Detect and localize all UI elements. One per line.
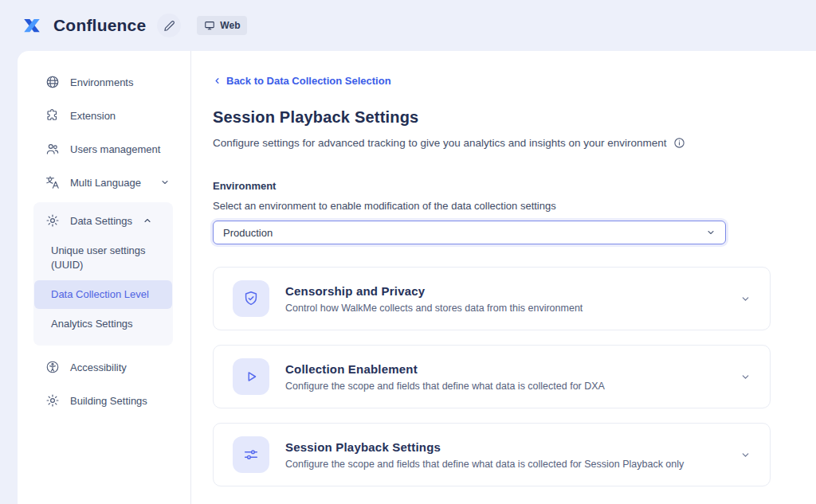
platform-badge-label: Web (220, 20, 240, 31)
sliders-icon (242, 446, 260, 463)
environment-select-value: Production (223, 227, 273, 239)
card-description: Configure the scope and fields that defi… (285, 381, 605, 392)
sidebar-item-multi-language[interactable]: Multi Language (18, 166, 190, 199)
content-panel: Environments Extension Users management (18, 51, 816, 504)
info-icon[interactable] (673, 137, 685, 149)
card-text: Session Playback Settings Configure the … (285, 440, 684, 470)
card-title: Censorship and Privacy (285, 284, 583, 298)
confluence-logo-icon (22, 15, 42, 36)
card-icon-tile (233, 358, 269, 395)
environment-select[interactable]: Production (213, 221, 726, 244)
chevron-down-icon (706, 228, 716, 237)
chevron-down-icon[interactable] (740, 450, 751, 460)
sidebar-item-building-settings[interactable]: Building Settings (18, 384, 190, 417)
sidebar-item-label: Extension (70, 110, 116, 122)
card-title: Session Playback Settings (285, 440, 684, 454)
environment-description: Select an environment to enable modifica… (213, 200, 771, 212)
sidebar-subitem-data-collection-level[interactable]: Data Collection Level (34, 280, 172, 309)
monitor-icon (204, 20, 215, 31)
sidebar-item-environments[interactable]: Environments (18, 65, 190, 99)
back-link-label: Back to Data Collection Selection (226, 75, 391, 87)
shield-check-icon (242, 290, 260, 307)
card-text: Collection Enablement Configure the scop… (285, 362, 605, 392)
card-session-playback-settings[interactable]: Session Playback Settings Configure the … (213, 423, 771, 486)
pencil-icon (163, 20, 175, 32)
gear-icon (45, 213, 60, 228)
sidebar-item-data-settings[interactable]: Data Settings (33, 204, 173, 236)
gear-icon (45, 393, 60, 408)
card-censorship-and-privacy[interactable]: Censorship and Privacy Control how WalkM… (213, 267, 771, 330)
translate-icon (45, 175, 60, 189)
page-description-text: Configure settings for advanced tracking… (213, 137, 667, 149)
users-icon (45, 142, 60, 156)
sidebar: Environments Extension Users management (18, 51, 191, 504)
page-description: Configure settings for advanced tracking… (213, 137, 771, 149)
sidebar-item-label: Data Settings (70, 215, 132, 227)
sidebar-item-label: Multi Language (70, 177, 141, 189)
card-text: Censorship and Privacy Control how WalkM… (285, 284, 583, 314)
top-bar: Confluence Web (0, 0, 816, 51)
app-title: Confluence (53, 16, 146, 35)
chevron-down-icon[interactable] (740, 294, 751, 304)
card-collection-enablement[interactable]: Collection Enablement Configure the scop… (213, 345, 771, 408)
sidebar-item-users-management[interactable]: Users management (18, 132, 190, 166)
sidebar-item-extension[interactable]: Extension (18, 99, 190, 132)
chevron-up-icon (143, 216, 152, 225)
card-icon-tile (233, 280, 269, 317)
chevron-down-icon[interactable] (740, 372, 751, 382)
accessibility-icon (45, 360, 60, 374)
card-description: Control how WalkMe collects and stores d… (285, 303, 583, 314)
play-icon (242, 368, 260, 385)
sidebar-item-label: Users management (70, 143, 160, 155)
edit-title-button[interactable] (157, 14, 181, 37)
puzzle-icon (45, 108, 60, 123)
card-title: Collection Enablement (285, 362, 605, 376)
platform-badge: Web (197, 16, 247, 35)
back-link[interactable]: Back to Data Collection Selection (213, 75, 391, 87)
page-title: Session Playback Settings (213, 108, 771, 127)
card-description: Configure the scope and fields that defi… (285, 459, 684, 470)
sidebar-item-label: Accessibility (70, 361, 127, 373)
sidebar-item-accessibility[interactable]: Accessibility (18, 350, 190, 384)
sidebar-item-label: Building Settings (70, 395, 147, 407)
card-icon-tile (233, 436, 269, 473)
environment-label: Environment (213, 180, 771, 192)
sidebar-item-label: Environments (70, 76, 133, 88)
settings-card-list: Censorship and Privacy Control how WalkM… (213, 267, 771, 486)
main-content: Back to Data Collection Selection Sessio… (191, 51, 816, 504)
sidebar-subitem-analytics-settings[interactable]: Analytics Settings (34, 310, 172, 338)
chevron-left-icon (213, 76, 222, 85)
globe-icon (45, 75, 60, 89)
sidebar-subitem-unique-user-settings-uuid[interactable]: Unique user settings (UUID) (34, 236, 172, 279)
chevron-down-icon (160, 178, 170, 187)
sidebar-group-data-settings: Data Settings Unique user settings (UUID… (33, 202, 173, 346)
